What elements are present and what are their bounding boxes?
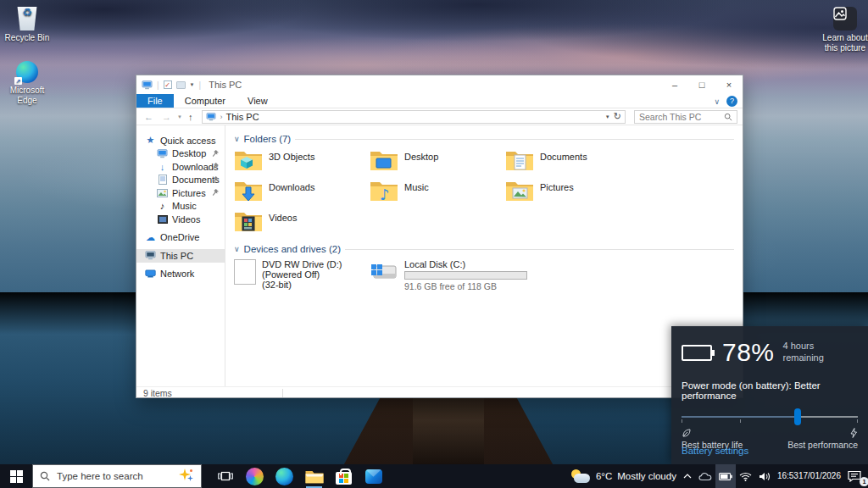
taskbar-outlook-button[interactable] bbox=[359, 464, 388, 488]
item-count: 9 items bbox=[143, 388, 172, 398]
search-icon bbox=[40, 471, 50, 481]
sidebar-item-desktop[interactable]: Desktop bbox=[136, 147, 225, 161]
tray-onedrive-button[interactable] bbox=[695, 464, 715, 488]
folder-tile-downloads[interactable]: Downloads bbox=[234, 180, 370, 210]
folder-tile-music[interactable]: ♪ Music bbox=[370, 180, 505, 210]
power-mode-label: Power mode (on battery): Better performa… bbox=[671, 370, 868, 401]
task-view-button[interactable] bbox=[210, 464, 240, 488]
group-header-folders[interactable]: ∨ Folders (7) bbox=[234, 134, 743, 144]
collapse-icon: ∨ bbox=[234, 245, 240, 253]
tab-file[interactable]: File bbox=[136, 94, 174, 108]
sidebar-item-onedrive[interactable]: ☁ OneDrive bbox=[136, 231, 225, 245]
folder-tile-pictures[interactable]: Pictures bbox=[505, 180, 641, 210]
status-bar: 9 items bbox=[136, 386, 743, 399]
qat-properties-icon[interactable]: ✓ bbox=[164, 80, 172, 89]
tray-battery-button[interactable] bbox=[715, 464, 736, 488]
folder-tile-documents[interactable]: Documents bbox=[505, 149, 641, 180]
action-center-button[interactable]: 1 bbox=[844, 464, 868, 488]
folder-tile-desktop[interactable]: Desktop bbox=[370, 149, 505, 180]
desktop-icon-learn-about-picture[interactable]: Learn about this picture bbox=[818, 7, 868, 53]
folder-videos-icon bbox=[234, 210, 263, 234]
close-button[interactable]: × bbox=[715, 75, 743, 94]
taskbar-edge-button[interactable] bbox=[270, 464, 299, 488]
weather-icon bbox=[570, 469, 591, 484]
battery-percent: 78% bbox=[722, 338, 775, 367]
system-tray: 6°C Mostly cloudy 16:53 17/01/2026 1 bbox=[567, 464, 868, 488]
help-button[interactable]: ? bbox=[726, 96, 737, 107]
taskbar-search-input[interactable]: Type here to search bbox=[32, 464, 202, 488]
group-header-devices[interactable]: ∨ Devices and drives (2) bbox=[234, 244, 743, 254]
taskbar-file-explorer-button[interactable] bbox=[299, 464, 329, 488]
drive-tile-dvd[interactable]: DVD RW Drive (D:)(Powered Off) (32-bit) bbox=[234, 259, 370, 291]
sidebar-item-documents[interactable]: Documents bbox=[136, 174, 225, 187]
maximize-button[interactable]: □ bbox=[688, 75, 715, 94]
star-icon: ★ bbox=[145, 136, 156, 146]
taskbar-copilot-button[interactable] bbox=[240, 464, 270, 488]
outlook-icon bbox=[365, 469, 382, 484]
music-icon: ♪ bbox=[157, 201, 168, 211]
battery-remaining: 4 hours remaining bbox=[783, 341, 836, 364]
sidebar-item-downloads[interactable]: ↓ Downloads bbox=[136, 160, 225, 174]
search-input[interactable]: Search This PC bbox=[634, 110, 737, 124]
sidebar-item-pictures[interactable]: Pictures bbox=[136, 186, 225, 200]
title-bar[interactable]: | ✓ ▼ | This PC – □ × bbox=[136, 75, 743, 94]
start-button[interactable] bbox=[0, 464, 32, 488]
tray-network-button[interactable] bbox=[736, 464, 755, 488]
refresh-icon[interactable]: ↻ bbox=[614, 111, 621, 122]
tab-computer[interactable]: Computer bbox=[174, 94, 236, 108]
minimize-button[interactable]: – bbox=[661, 75, 688, 94]
desktop-icon-recycle-bin[interactable]: ♻ Recycle Bin bbox=[0, 7, 54, 43]
sidebar-item-network[interactable]: Network bbox=[136, 268, 225, 281]
this-pc-icon bbox=[206, 113, 216, 121]
qat-new-folder-icon[interactable] bbox=[176, 81, 186, 89]
recent-locations-icon[interactable]: ▼ bbox=[177, 114, 182, 119]
desktop-icon-label: this picture bbox=[825, 43, 865, 53]
qat-customize-icon[interactable]: ▼ bbox=[190, 82, 195, 87]
slider-thumb[interactable] bbox=[794, 408, 801, 425]
lightning-icon bbox=[849, 428, 858, 438]
sidebar-item-music[interactable]: ♪ Music bbox=[136, 200, 225, 214]
taskbar-store-button[interactable] bbox=[329, 464, 359, 488]
desktop-icon-label: Learn about bbox=[822, 33, 867, 42]
folder-3d-objects-icon bbox=[234, 149, 263, 173]
collapse-icon: ∨ bbox=[234, 135, 240, 143]
chevron-up-icon bbox=[683, 474, 692, 479]
folders-grid: 3D Objects Desktop Documents bbox=[234, 149, 743, 241]
sidebar-item-quick-access[interactable]: ★ Quick access bbox=[136, 134, 225, 147]
tab-view[interactable]: View bbox=[236, 94, 279, 108]
tray-expand-button[interactable] bbox=[680, 464, 695, 488]
address-bar[interactable]: › This PC ▼ ↻ bbox=[202, 110, 626, 124]
taskbar-clock[interactable]: 16:53 17/01/2026 bbox=[774, 464, 844, 488]
tray-volume-button[interactable] bbox=[755, 464, 774, 488]
folder-tile-videos[interactable]: Videos bbox=[234, 210, 370, 241]
clock-date: 17/01/2026 bbox=[798, 471, 841, 482]
sidebar-item-this-pc[interactable]: This PC bbox=[136, 249, 225, 263]
folder-music-icon: ♪ bbox=[370, 180, 398, 203]
battery-flyout: 78% 4 hours remaining Power mode (on bat… bbox=[671, 326, 868, 464]
power-mode-slider[interactable] bbox=[682, 408, 858, 426]
download-icon: ↓ bbox=[157, 162, 168, 172]
shortcut-arrow-icon: ↗ bbox=[14, 77, 22, 85]
up-button[interactable]: ↑ bbox=[186, 112, 196, 122]
monitor-icon bbox=[157, 148, 168, 158]
ribbon-expand-icon[interactable]: ∨ bbox=[714, 97, 720, 106]
back-button[interactable]: ← bbox=[142, 112, 156, 122]
dvd-drive-icon bbox=[234, 259, 256, 285]
battery-settings-link[interactable]: Battery settings bbox=[682, 446, 748, 456]
folder-tile-3d-objects[interactable]: 3D Objects bbox=[234, 149, 370, 180]
breadcrumb[interactable]: This PC bbox=[225, 112, 259, 122]
desktop-icon-label: Recycle Bin bbox=[5, 33, 50, 42]
wifi-icon bbox=[739, 472, 752, 481]
window-title: This PC bbox=[209, 80, 242, 90]
weather-widget[interactable]: 6°C Mostly cloudy bbox=[567, 464, 680, 488]
address-dropdown-icon[interactable]: ▼ bbox=[605, 114, 610, 119]
search-placeholder: Search This PC bbox=[639, 112, 701, 122]
forward-button[interactable]: → bbox=[159, 112, 174, 122]
drive-tile-local-disk[interactable]: Local Disk (C:) 91.6 GB free of 118 GB bbox=[370, 259, 556, 291]
recycle-bin-icon: ♻ bbox=[16, 7, 38, 30]
sidebar-item-videos[interactable]: Videos bbox=[136, 213, 225, 226]
desktop-icon-microsoft-edge[interactable]: ↗ Microsoft Edge bbox=[0, 61, 54, 105]
file-explorer-icon bbox=[305, 469, 324, 484]
onedrive-cloud-icon: ☁ bbox=[145, 232, 156, 242]
folder-documents-icon bbox=[505, 149, 534, 173]
